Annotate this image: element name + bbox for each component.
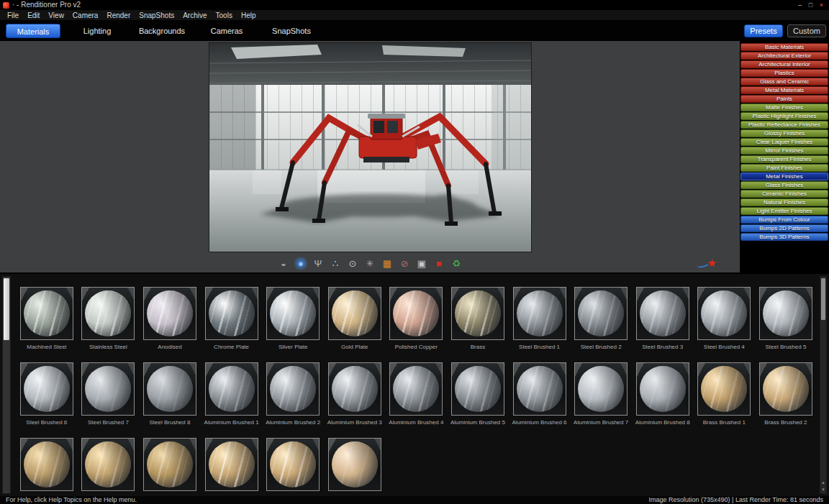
preset-ceramic-finishes[interactable]: Ceramic Finishes [740,190,828,198]
material-item[interactable]: Brass Brushed 8 [324,438,386,496]
material-label: Brass Brushed 1 [703,419,746,426]
material-item[interactable]: Aluminium Brushed 4 [386,362,448,426]
material-item[interactable]: Chrome Plate [201,287,263,351]
material-item[interactable]: Gold Plate [324,287,386,351]
material-thumbnail [266,287,320,340]
material-item[interactable]: Brass Brushed 4 [78,438,140,496]
scrollbar-thumb[interactable] [821,278,825,320]
material-item[interactable]: Steel Brushed 4 [694,287,756,351]
preset-plastic-reflectance-finishes[interactable]: Plastic Reflectance Finishes [740,121,828,129]
preset-plastic-highlight-finishes[interactable]: Plastic Highlight Finishes [740,112,828,120]
disable-icon[interactable]: ⊘ [397,257,412,270]
material-item[interactable]: Machined Steel [16,287,78,351]
menu-snapshots[interactable]: SnapShots [139,10,174,21]
preset-glossy-finishes[interactable]: Glossy Finishes [740,129,828,137]
material-sphere [763,366,809,412]
menu-archive[interactable]: Archive [183,10,207,21]
preset-bumps-from-colour[interactable]: Bumps From Colour [740,216,828,224]
favorite-star-icon[interactable]: ★ [698,255,717,270]
menu-help[interactable]: Help [241,10,256,21]
material-item[interactable]: Aluminium Brushed 8 [632,362,694,426]
menu-tools[interactable]: Tools [216,10,232,21]
preset-natural-finishes[interactable]: Natural Finishes [740,198,828,206]
teapot-icon[interactable]: ◒ [276,257,291,270]
material-item[interactable]: Brass Brushed 7 [262,438,324,496]
material-sphere [517,290,563,336]
tab-lighting[interactable]: Lighting [65,21,130,41]
scroll-up-button[interactable]: ▲ [820,480,826,485]
menu-edit[interactable]: Edit [27,10,40,21]
preset-transparent-finishes[interactable]: Transparent Finishes [740,155,828,163]
material-item[interactable]: Brass Brushed 5 [139,438,201,496]
material-sphere-icon[interactable]: ● [293,257,309,270]
material-item[interactable]: Brass Brushed 2 [755,362,817,426]
material-label: Aluminium Brushed 5 [450,419,505,426]
tab-snapshots[interactable]: SnapShots [259,21,324,41]
preset-paints[interactable]: Paints [740,95,828,103]
material-item[interactable]: Brass Brushed 3 [16,438,78,496]
menu-file[interactable]: File [7,10,19,21]
material-item[interactable]: Steel Brushed 8 [139,362,201,426]
preset-bumps-2d-patterns[interactable]: Bumps 2D Patterns [740,224,828,232]
material-item[interactable]: Steel Brushed 3 [632,287,694,351]
wine-glass-icon[interactable]: Ψ [310,257,326,270]
minimize-button[interactable]: – [794,1,805,10]
material-item[interactable]: Steel Brushed 7 [78,362,140,426]
menu-render[interactable]: Render [107,10,130,21]
tab-materials[interactable]: Materials [6,24,60,38]
menu-camera[interactable]: Camera [73,10,99,21]
preset-light-emitter-finishes[interactable]: Light Emitter Finishes [740,207,828,215]
material-item[interactable]: Aluminium Brushed 5 [447,362,509,426]
material-item[interactable]: Steel Brushed 1 [509,287,571,351]
preset-clear-laquer-finishes[interactable]: Clear Laquer Finishes [740,138,828,146]
scrollbar-thumb[interactable] [4,278,9,340]
preset-bumps-3d-patterns[interactable]: Bumps 3D Patterns [740,233,828,241]
presets-button[interactable]: Presets [744,24,783,37]
material-item[interactable]: Aluminium Brushed 3 [324,362,386,426]
material-item[interactable]: Aluminium Brushed 1 [201,362,263,426]
preset-plastics[interactable]: Plastics [740,69,828,77]
preset-metal-finishes[interactable]: Metal Finishes [740,173,828,180]
preset-basic-materials[interactable]: Basic Materials [740,43,828,51]
footprints-icon[interactable]: ∴ [327,257,343,270]
color-grid-icon[interactable]: ▦ [379,257,395,270]
preset-metal-materials[interactable]: Metal Materials [740,86,828,94]
material-item[interactable]: Polished Copper [386,287,448,351]
material-item[interactable]: Aluminium Brushed 6 [509,362,571,426]
screen-icon[interactable]: ▣ [414,257,430,270]
paint-bucket-icon[interactable]: ■ [431,257,447,270]
recycle-icon[interactable]: ♻ [448,257,464,270]
material-thumbnail [636,362,689,416]
menu-view[interactable]: View [48,10,64,21]
preset-architectural-exterior[interactable]: Architectural Exterior [740,52,828,60]
material-item[interactable]: Aluminium Brushed 2 [262,362,324,426]
material-item[interactable]: Steel Brushed 2 [570,287,632,351]
materials-right-scrollbar[interactable]: ▲ ▼ [820,276,827,494]
preset-architectural-interior[interactable]: Architectural Interior [740,60,828,68]
tab-cameras[interactable]: Cameras [194,21,259,41]
tab-backgrounds[interactable]: Backgrounds [130,21,194,41]
close-button[interactable]: × [816,1,827,10]
scroll-down-button[interactable]: ▼ [820,487,826,492]
preset-matte-finishes[interactable]: Matte Finishes [740,104,828,111]
search-icon[interactable]: ⊙ [345,257,361,270]
preset-glass-and-ceramic[interactable]: Glass and Ceramic [740,78,828,86]
maximize-button[interactable]: □ [805,1,816,10]
custom-button[interactable]: Custom [787,24,826,37]
preset-glass-finishes[interactable]: Glass Finishes [740,181,828,189]
material-item[interactable]: Steel Brushed 5 [755,287,817,351]
material-item[interactable]: Stainless Steel [78,287,140,351]
material-item[interactable]: Brass Brushed 1 [694,362,756,426]
material-item[interactable]: Brass [447,287,509,351]
material-item[interactable]: Silver Plate [262,287,324,351]
materials-left-scrollbar[interactable] [2,276,11,494]
material-item[interactable]: Brass Brushed 6 [201,438,263,496]
material-item[interactable]: Aluminium Brushed 7 [570,362,632,426]
spray-icon[interactable]: ✳ [362,257,378,270]
material-item[interactable]: Anodised [139,287,201,351]
material-thumbnail [81,362,135,416]
preset-paint-finishes[interactable]: Paint Finishes [740,164,828,172]
preset-mirror-finishes[interactable]: Mirror Finishes [740,147,828,155]
status-info-text: Image Resolution (735x490) | Last Render… [649,496,823,504]
material-item[interactable]: Steel Brushed 6 [16,362,78,426]
